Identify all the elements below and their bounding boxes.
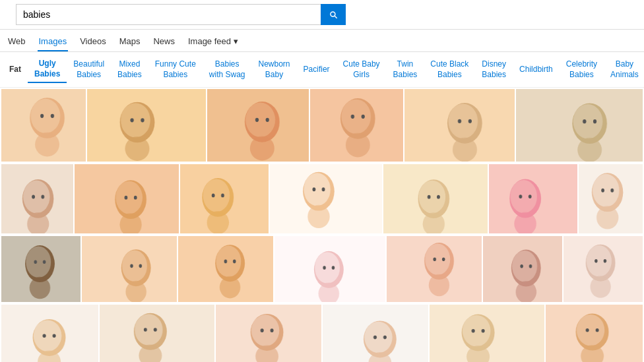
filter-disney[interactable]: DisneyBabies [475, 57, 513, 82]
filter-twin[interactable]: TwinBabies [387, 57, 424, 82]
baby-image [75, 164, 179, 233]
image-tile[interactable] [178, 236, 273, 302]
image-tile[interactable] [564, 236, 643, 302]
image-tile[interactable] [75, 164, 179, 233]
baby-image [323, 305, 428, 362]
filter-bar: FatUglyBabiesBeautifulBabiesMixedBabiesF… [0, 52, 644, 88]
baby-image [516, 89, 643, 162]
filter-funny-cute[interactable]: Funny CuteBabies [148, 57, 203, 82]
image-tile[interactable] [546, 305, 643, 362]
nav-tab-news[interactable]: News [152, 32, 176, 51]
image-tile[interactable] [387, 236, 482, 302]
filter-cute-baby[interactable]: Cute BabyGirls [337, 57, 387, 82]
baby-image [270, 164, 382, 233]
filter-ugly[interactable]: UglyBabies [28, 56, 67, 83]
baby-image [1, 305, 98, 362]
image-tile[interactable] [87, 89, 206, 162]
filter-childbirth[interactable]: Childbirth [513, 62, 560, 78]
baby-image [180, 164, 269, 233]
image-tile[interactable] [82, 236, 177, 302]
filter-babies[interactable]: Babieswith Swag [203, 57, 252, 82]
baby-image [100, 305, 214, 362]
baby-image [387, 236, 482, 302]
image-tile[interactable] [100, 305, 214, 362]
baby-image [82, 236, 177, 302]
baby-image [564, 236, 643, 302]
image-tile[interactable] [489, 164, 577, 233]
image-tile[interactable] [323, 305, 428, 362]
nav-tabs: WebImagesVideosMapsNewsImage feed ▾ [0, 30, 644, 52]
image-tile[interactable] [216, 305, 321, 362]
baby-image [489, 164, 577, 233]
image-tile[interactable] [207, 89, 309, 162]
image-tile[interactable] [516, 89, 643, 162]
filter-beautiful[interactable]: BeautifulBabies [67, 57, 111, 82]
baby-image [310, 89, 403, 162]
baby-image [430, 305, 544, 362]
baby-image [1, 236, 80, 302]
nav-tab-videos[interactable]: Videos [79, 32, 108, 51]
image-tile[interactable] [1, 89, 86, 162]
image-tile[interactable] [310, 89, 403, 162]
baby-image [87, 89, 206, 162]
filter-baby[interactable]: BabyAnimals [604, 57, 644, 82]
baby-image [274, 236, 385, 302]
image-grid [0, 88, 644, 362]
nav-tab-images[interactable]: Images [38, 32, 69, 51]
filter-pacifier[interactable]: Pacifier [297, 62, 337, 78]
baby-image [579, 164, 643, 233]
search-button[interactable] [321, 4, 346, 25]
filter-mixed[interactable]: MixedBabies [111, 57, 148, 82]
baby-image [207, 89, 309, 162]
image-tile[interactable] [383, 164, 488, 233]
filter-newborn[interactable]: NewbornBaby [252, 57, 297, 82]
image-tile[interactable] [1, 236, 80, 302]
image-tile[interactable] [483, 236, 562, 302]
filter-celebrity[interactable]: CelebrityBabies [560, 57, 604, 82]
nav-tab-web[interactable]: Web [7, 32, 27, 51]
baby-image [216, 305, 321, 362]
baby-image [383, 164, 488, 233]
image-tile[interactable] [430, 305, 544, 362]
search-box [16, 4, 346, 25]
image-tile[interactable] [270, 164, 382, 233]
filter-cute-black[interactable]: Cute BlackBabies [424, 57, 475, 82]
image-tile[interactable] [274, 236, 385, 302]
image-tile[interactable] [1, 164, 73, 233]
nav-tab-image-feed-▾[interactable]: Image feed ▾ [187, 32, 240, 51]
image-tile[interactable] [579, 164, 643, 233]
baby-image [404, 89, 515, 162]
nav-tab-maps[interactable]: Maps [118, 32, 142, 51]
baby-image [178, 236, 273, 302]
image-tile[interactable] [404, 89, 515, 162]
baby-image [1, 164, 73, 233]
header [0, 0, 644, 30]
baby-image [546, 305, 643, 362]
image-tile[interactable] [1, 305, 98, 362]
filter-fat[interactable]: Fat [3, 62, 28, 78]
image-tile[interactable] [180, 164, 269, 233]
search-input[interactable] [16, 4, 321, 25]
baby-image [483, 236, 562, 302]
baby-image [1, 89, 86, 162]
